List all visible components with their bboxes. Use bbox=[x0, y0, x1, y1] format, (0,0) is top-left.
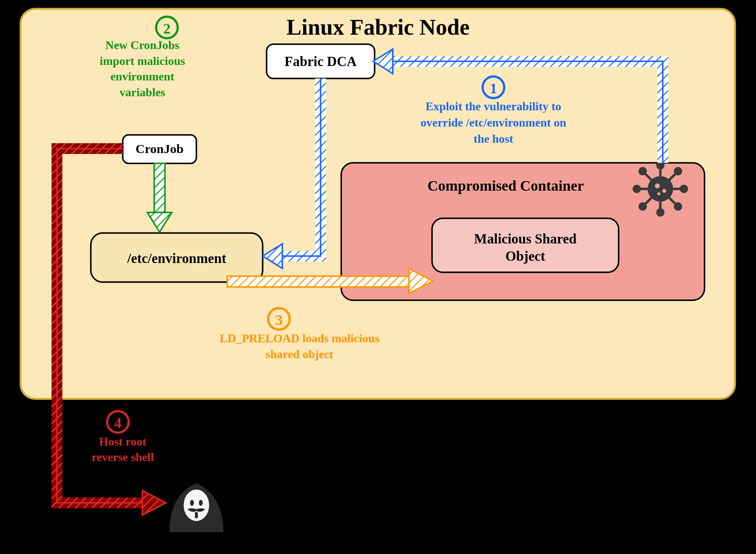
malicious-shared-object-label-line2: Object bbox=[505, 249, 545, 264]
step3-note-l1: LD_PRELOAD loads malicious bbox=[220, 332, 379, 345]
etc-environment-label: /etc/environment bbox=[127, 251, 227, 266]
svg-point-10 bbox=[657, 162, 663, 168]
hacker-icon bbox=[169, 483, 223, 532]
step4-note-l1: Host root bbox=[99, 435, 147, 448]
step3-note-l2: shared object bbox=[266, 348, 333, 361]
step1-num: 1 bbox=[490, 80, 497, 97]
svg-point-31 bbox=[190, 500, 194, 506]
step2-note-l1: New CronJobs bbox=[105, 39, 179, 52]
step2-num: 2 bbox=[163, 20, 171, 37]
svg-point-22 bbox=[640, 204, 646, 210]
step1-note-l1: Exploit the vulnerability to bbox=[426, 100, 561, 113]
step2-note-l4: variables bbox=[120, 86, 165, 99]
virus-icon bbox=[634, 162, 687, 215]
step1-note-l3: the host bbox=[474, 132, 513, 145]
svg-point-16 bbox=[681, 186, 687, 192]
cronjob-label: CronJob bbox=[135, 142, 183, 156]
step2-note-l3: environment bbox=[110, 70, 174, 83]
svg-point-26 bbox=[662, 189, 666, 193]
malicious-shared-object-label-line1: Malicious Shared bbox=[474, 231, 577, 246]
svg-point-24 bbox=[675, 204, 681, 210]
step4-num: 4 bbox=[114, 415, 121, 431]
step1-note-l2: override /etc/environment on bbox=[420, 116, 566, 129]
svg-rect-28 bbox=[154, 163, 165, 212]
svg-point-27 bbox=[657, 192, 660, 195]
svg-point-20 bbox=[675, 168, 681, 174]
svg-rect-29 bbox=[227, 276, 409, 287]
svg-point-18 bbox=[640, 168, 646, 174]
svg-point-12 bbox=[657, 210, 663, 215]
svg-point-14 bbox=[634, 186, 640, 192]
step3-num: 3 bbox=[275, 312, 282, 328]
svg-point-32 bbox=[199, 500, 203, 506]
step2-note-l2: import malicious bbox=[100, 55, 185, 67]
fabric-dca-label: Fabric DCA bbox=[285, 54, 357, 69]
step4-note-l2: reverse shell bbox=[92, 451, 154, 464]
diagram-title: Linux Fabric Node bbox=[286, 14, 470, 39]
compromised-container-label: Compromised Container bbox=[427, 177, 584, 194]
svg-rect-33 bbox=[195, 512, 198, 518]
svg-point-25 bbox=[655, 183, 660, 188]
attack-diagram: Linux Fabric Node Fabric DCA CronJob /et… bbox=[0, 0, 756, 554]
arrow-step4 bbox=[142, 491, 166, 515]
